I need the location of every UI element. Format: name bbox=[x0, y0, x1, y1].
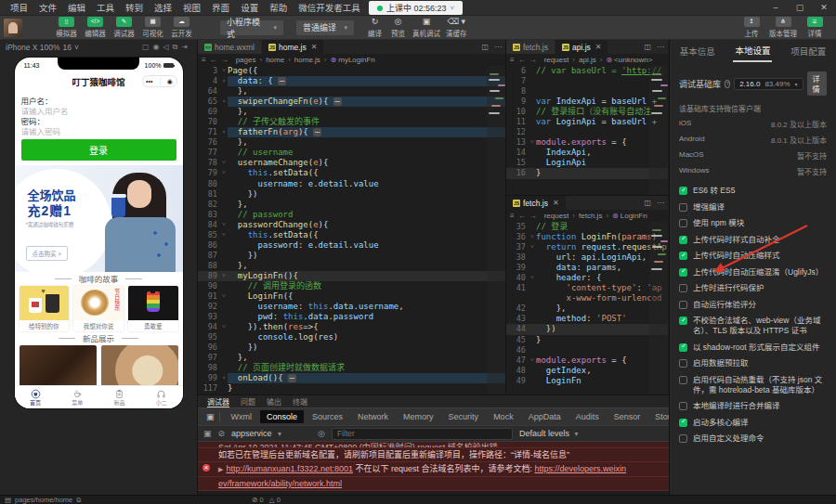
checkbox[interactable] bbox=[679, 317, 687, 325]
list-icon[interactable]: ▤ bbox=[5, 496, 11, 504]
log-link[interactable]: https://developers.weixin bbox=[535, 464, 627, 473]
menu-item[interactable]: 微信开发者工具 bbox=[294, 0, 365, 15]
breadcrumb-item[interactable]: home.js bbox=[294, 56, 320, 64]
tab-基本信息[interactable]: 基本信息 bbox=[678, 41, 717, 61]
breadcrumb-item[interactable]: request bbox=[544, 56, 569, 64]
checkbox[interactable] bbox=[679, 301, 687, 309]
phone-tab-菜单[interactable]: 菜单 bbox=[57, 386, 98, 408]
device-toolbar-icon[interactable]: ▣ bbox=[202, 412, 220, 421]
fold-toggle-icon[interactable]: ˅ bbox=[529, 137, 536, 148]
compile-mode-select[interactable]: 普通编译▾ bbox=[296, 20, 354, 35]
toggle-visualization[interactable]: ▦可视化 bbox=[138, 17, 167, 38]
more-icon[interactable]: ••• bbox=[146, 78, 152, 84]
version-control-button[interactable]: ⋔版本管理 bbox=[765, 17, 801, 38]
story-card[interactable]: ♥给特别的你 bbox=[20, 286, 70, 331]
maximize-button[interactable]: ▢ bbox=[788, 0, 812, 15]
target-icon[interactable]: ◉ bbox=[167, 78, 173, 85]
close-button[interactable]: ✕ bbox=[812, 0, 836, 15]
devtools-tab-Console[interactable]: Console bbox=[260, 410, 304, 423]
tab-本地设置[interactable]: 本地设置 bbox=[733, 40, 772, 62]
menu-item[interactable]: 界面 bbox=[207, 0, 234, 15]
tab-项目配置[interactable]: 项目配置 bbox=[789, 41, 828, 61]
devtools-tab-Sensor[interactable]: Sensor bbox=[607, 410, 647, 423]
devtools-tab-Security[interactable]: Security bbox=[442, 410, 486, 423]
breadcrumb-symbol[interactable]: ⊛<unknown> bbox=[606, 56, 652, 64]
fold-toggle-icon[interactable]: ˅ bbox=[220, 220, 228, 230]
expand-caret-icon[interactable]: ▶ bbox=[218, 466, 223, 472]
devtools-tab-Memory[interactable]: Memory bbox=[397, 410, 440, 423]
close-tab-icon[interactable]: ✕ bbox=[311, 43, 318, 51]
context-select[interactable]: appservice▼ bbox=[231, 429, 311, 438]
minimap[interactable] bbox=[487, 66, 505, 394]
copy-icon[interactable]: ⧉ bbox=[76, 497, 81, 504]
story-card[interactable]: 勇敢爱 bbox=[128, 286, 178, 331]
session-status[interactable]: 上课中 02:56:23 ˅ bbox=[369, 1, 463, 15]
toggle-debugger[interactable]: ✎调试器 bbox=[110, 17, 138, 38]
code-area[interactable]: 3˅Page({4› data: { ⋯64 },65› swiperChang… bbox=[198, 66, 505, 394]
split-editor-icon[interactable]: ◫ bbox=[481, 43, 489, 51]
fold-toggle-icon[interactable]: ˅ bbox=[220, 322, 228, 332]
phone-tab-新品[interactable]: 新品 bbox=[98, 386, 140, 408]
fold-toggle-icon[interactable]: › bbox=[220, 127, 228, 137]
back-icon[interactable]: ← bbox=[518, 56, 526, 64]
checkbox[interactable] bbox=[679, 203, 687, 212]
minimap[interactable] bbox=[649, 66, 668, 195]
toggle-cloud[interactable]: ☁云开发 bbox=[167, 17, 196, 38]
code-area[interactable]: 6// var baseUrl = 'http://789var IndexAp… bbox=[506, 66, 668, 195]
fold-toggle-icon[interactable]: ˅ bbox=[529, 355, 536, 366]
breadcrumb-symbol[interactable]: ⊛myLoginFn bbox=[331, 56, 375, 64]
fold-toggle-icon[interactable]: ˅ bbox=[220, 291, 228, 302]
menu-item[interactable]: 帮助 bbox=[265, 0, 292, 15]
panel-tab-输出[interactable]: 输出 bbox=[267, 396, 281, 407]
split-editor-icon[interactable]: ◫ bbox=[644, 43, 651, 51]
menu-icon[interactable]: ≡ bbox=[510, 212, 515, 220]
menu-item[interactable]: 文件 bbox=[34, 0, 61, 15]
back-icon[interactable]: ← bbox=[210, 56, 217, 64]
fold-toggle-icon[interactable]: › bbox=[220, 373, 228, 383]
breadcrumb-item[interactable]: home bbox=[266, 56, 284, 64]
upload-button[interactable]: ↥上传 bbox=[738, 17, 765, 38]
checkbox[interactable] bbox=[679, 434, 687, 443]
fold-toggle-icon[interactable]: ˅ bbox=[220, 271, 228, 281]
checkbox[interactable] bbox=[679, 284, 687, 292]
remote-debug-button[interactable]: ▣真机调试 bbox=[410, 17, 443, 38]
fold-toggle-icon[interactable]: ˅ bbox=[220, 230, 228, 240]
filter-input[interactable] bbox=[332, 428, 513, 440]
menu-item[interactable]: 选择 bbox=[150, 0, 176, 15]
login-button[interactable]: 登录 bbox=[21, 139, 176, 161]
editor-tab-fetch.js[interactable]: JSfetch.js✕ bbox=[506, 196, 567, 210]
checkbox[interactable] bbox=[679, 419, 687, 427]
network-select[interactable]: 16 bbox=[63, 43, 72, 52]
current-page-path[interactable]: pages/home/home bbox=[15, 496, 72, 504]
minimap[interactable] bbox=[649, 222, 668, 394]
fold-toggle-icon[interactable]: ˅ bbox=[220, 168, 228, 178]
breadcrumb-item[interactable]: fetch.js bbox=[579, 212, 602, 220]
phone-tab-首页[interactable]: 首页 bbox=[15, 386, 57, 408]
editor-tab-home.js[interactable]: JShome.js✕ bbox=[262, 40, 324, 54]
devtools-tab-Audits[interactable]: Audits bbox=[569, 410, 606, 423]
mode-select[interactable]: 小程序模式▾ bbox=[220, 20, 283, 35]
close-tab-icon[interactable]: ✕ bbox=[595, 43, 602, 51]
menu-icon[interactable]: ≡ bbox=[202, 56, 206, 64]
devtools-tab-Network[interactable]: Network bbox=[351, 410, 395, 423]
more-actions-icon[interactable]: ⋯ bbox=[657, 199, 664, 207]
simulator-tool-icon[interactable]: ◁ bbox=[161, 43, 170, 51]
back-icon[interactable]: ← bbox=[518, 212, 526, 220]
log-link[interactable]: http://kumanxuan1.f3322.net:8001 bbox=[226, 464, 353, 473]
checkbox[interactable] bbox=[679, 252, 687, 260]
menu-item[interactable]: 项目 bbox=[6, 0, 33, 15]
checkbox[interactable] bbox=[679, 219, 687, 227]
password-input[interactable]: 请输入密码 bbox=[21, 125, 176, 136]
banner-buy-button[interactable]: 点击购买 > bbox=[26, 246, 69, 261]
checkbox[interactable] bbox=[679, 343, 687, 352]
checkbox[interactable] bbox=[679, 376, 687, 384]
editor-tab-fetch.js[interactable]: JSfetch.js bbox=[506, 40, 555, 54]
story-card[interactable]: 节日快乐我想对你说 bbox=[73, 286, 124, 331]
minimize-button[interactable]: – bbox=[764, 0, 788, 15]
breadcrumb-item[interactable]: api.js bbox=[579, 56, 596, 64]
simulator-tool-icon[interactable]: ▢ bbox=[140, 43, 151, 51]
split-editor-icon[interactable]: ◫ bbox=[644, 199, 651, 207]
simulator-tool-icon[interactable]: ⇥ bbox=[179, 43, 189, 51]
breadcrumb-item[interactable]: request bbox=[544, 212, 569, 220]
checkbox[interactable] bbox=[679, 187, 687, 195]
